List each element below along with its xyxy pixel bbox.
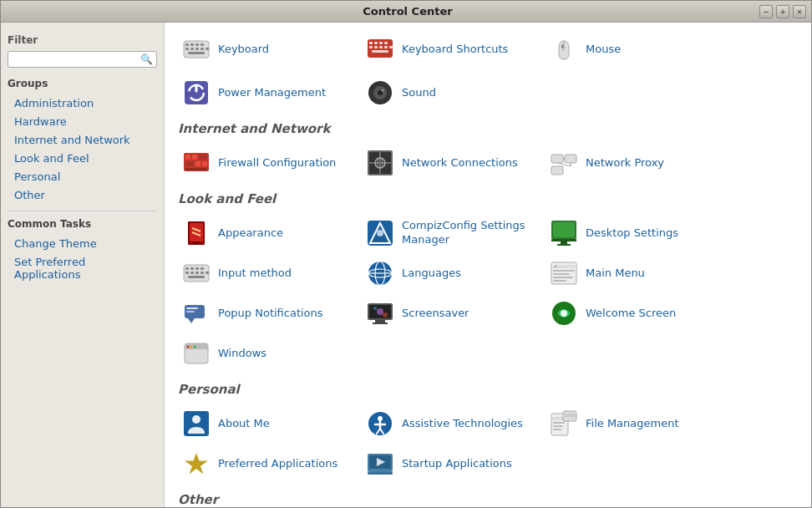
svg-rect-14: [379, 42, 383, 44]
svg-rect-18: [379, 46, 383, 48]
search-input[interactable]: [12, 53, 140, 65]
item-network-connections[interactable]: Network Connections: [358, 143, 542, 183]
network-proxy-icon: [549, 148, 579, 178]
svg-rect-9: [206, 48, 209, 50]
sidebar-item-lookfeel[interactable]: Look and Feel: [8, 150, 157, 167]
sidebar-item-change-theme[interactable]: Change Theme: [8, 235, 157, 252]
item-assistive-tech[interactable]: Assistive Technologies: [358, 404, 542, 444]
svg-line-50: [557, 163, 571, 166]
svg-rect-33: [192, 155, 197, 160]
common-tasks-label: Common Tasks: [8, 218, 157, 230]
keyboard-label: Keyboard: [218, 43, 269, 57]
item-startup-apps[interactable]: Startup Applications: [358, 444, 542, 484]
svg-rect-83: [553, 277, 573, 278]
svg-rect-4: [200, 43, 204, 46]
svg-rect-74: [188, 276, 205, 278]
svg-rect-12: [369, 42, 373, 44]
about-me-icon: [181, 409, 211, 439]
svg-rect-32: [185, 155, 190, 160]
svg-rect-1: [185, 43, 189, 46]
svg-point-99: [561, 310, 567, 317]
window-title: Control Center: [56, 5, 759, 18]
power-icon: [181, 78, 211, 108]
item-network-proxy[interactable]: Network Proxy: [542, 143, 726, 183]
internet-items-grid: Firewall Configuration Network Con: [175, 143, 801, 183]
main-menu-label: Main Menu: [586, 267, 645, 281]
item-about-me[interactable]: About Me: [175, 404, 358, 444]
search-icon: 🔍: [140, 53, 153, 65]
input-method-label: Input method: [218, 267, 292, 281]
compiz-label: CompizConfig Settings Manager: [402, 219, 535, 247]
search-box[interactable]: 🔍: [8, 51, 157, 68]
sidebar-item-hardware[interactable]: Hardware: [8, 113, 157, 130]
sidebar-divider: [8, 211, 157, 211]
item-keyboard[interactable]: Keyboard: [175, 29, 358, 69]
item-preferred-apps[interactable]: Preferred Applications: [175, 444, 358, 484]
svg-rect-70: [190, 272, 194, 274]
svg-point-94: [373, 307, 377, 310]
preferred-apps-icon: [181, 449, 211, 479]
item-welcome-screen[interactable]: Welcome Screen: [542, 293, 726, 333]
sidebar-item-internet[interactable]: Internet and Network: [8, 131, 157, 149]
about-me-label: About Me: [218, 417, 270, 431]
item-windows[interactable]: Windows: [175, 333, 358, 373]
item-input-method[interactable]: Input method: [175, 253, 358, 293]
svg-rect-13: [374, 42, 378, 44]
svg-rect-63: [557, 244, 571, 246]
svg-point-95: [383, 312, 388, 318]
power-label: Power Management: [218, 86, 326, 100]
preferred-apps-label: Preferred Applications: [218, 457, 337, 471]
startup-apps-icon: [365, 449, 395, 479]
svg-rect-117: [553, 425, 563, 427]
item-screensaver[interactable]: Screensaver: [358, 293, 542, 333]
network-connections-icon: [365, 148, 395, 178]
sidebar-item-administration[interactable]: Administration: [8, 94, 157, 112]
top-items-grid2: Power Management Sound: [175, 73, 801, 113]
popup-notifications-label: Popup Notifications: [218, 307, 323, 321]
personal-items-grid: About Me Assistive Techno: [175, 404, 801, 484]
titlebar: Control Center − + ×: [1, 1, 811, 23]
svg-rect-20: [389, 46, 393, 48]
welcome-screen-label: Welcome Screen: [586, 307, 676, 321]
languages-icon: [365, 258, 395, 288]
svg-rect-7: [195, 48, 199, 50]
network-proxy-label: Network Proxy: [586, 156, 664, 170]
main-menu-icon: [549, 258, 579, 288]
sidebar-item-other[interactable]: Other: [8, 186, 157, 204]
window-content: Filter 🔍 Groups Administration Hardware …: [1, 23, 811, 507]
item-desktop-settings[interactable]: Desktop Settings: [542, 213, 726, 253]
svg-rect-61: [551, 239, 576, 241]
svg-rect-47: [551, 166, 563, 175]
close-button[interactable]: ×: [793, 5, 806, 18]
file-management-icon: [549, 409, 579, 439]
item-languages[interactable]: Languages: [358, 253, 542, 293]
desktop-settings-label: Desktop Settings: [586, 226, 678, 241]
item-compiz[interactable]: CompizConfig Settings Manager: [358, 213, 542, 253]
svg-rect-21: [372, 50, 388, 53]
firewall-label: Firewall Configuration: [218, 156, 336, 170]
svg-rect-6: [190, 48, 194, 50]
item-keyboard-shortcuts[interactable]: Keyboard Shortcuts: [358, 29, 542, 69]
item-main-menu[interactable]: Main Menu: [542, 253, 726, 293]
item-firewall[interactable]: Firewall Configuration: [175, 143, 358, 183]
item-sound[interactable]: Sound: [358, 73, 542, 113]
item-mouse[interactable]: Mouse: [542, 29, 726, 69]
top-items-grid: Keyboard: [175, 29, 801, 69]
maximize-button[interactable]: +: [776, 5, 789, 18]
svg-rect-73: [206, 272, 209, 274]
svg-rect-19: [384, 46, 388, 48]
minimize-button[interactable]: −: [759, 5, 773, 18]
sidebar-item-personal[interactable]: Personal: [8, 168, 157, 185]
item-power[interactable]: Power Management: [175, 73, 358, 113]
svg-marker-88: [188, 318, 195, 323]
item-appearance[interactable]: Appearance: [175, 213, 358, 253]
svg-rect-116: [553, 422, 565, 424]
item-file-management[interactable]: File Management: [542, 404, 726, 444]
assistive-tech-label: Assistive Technologies: [402, 417, 523, 431]
item-popup-notifications[interactable]: Popup Notifications: [175, 293, 358, 333]
section-personal: Personal: [175, 382, 801, 397]
sidebar-item-preferred-apps[interactable]: Set Preferred Applications: [8, 253, 157, 283]
svg-point-93: [377, 308, 383, 315]
svg-rect-97: [373, 323, 388, 324]
svg-rect-125: [368, 472, 393, 475]
